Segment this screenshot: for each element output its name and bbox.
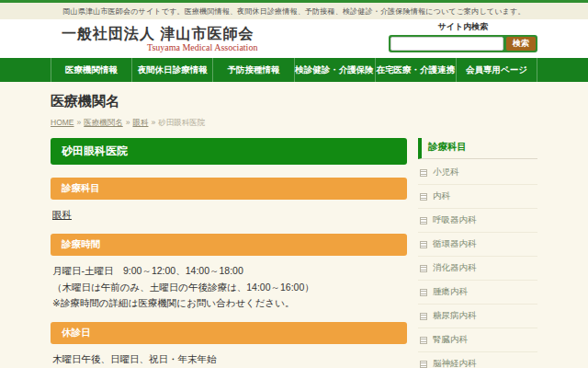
section-heading-closed-days: 休診日 bbox=[51, 322, 407, 344]
breadcrumb-separator: » bbox=[126, 118, 130, 127]
section-departments: 診療科目 眼科 bbox=[51, 178, 407, 222]
content-area: 医療機関名 HOME»医療機関名»眼科»砂田眼科医院 砂田眼科医院 診療科目 眼… bbox=[51, 82, 537, 368]
sidebar-item-gastroenterology[interactable]: 消化器内科 bbox=[418, 257, 537, 281]
sidebar-item-label: 循環器内科 bbox=[433, 238, 477, 250]
main-nav: 医療機関情報 夜間休日診療情報 予防接種情報 検診健診・介護保険 在宅医療・介護… bbox=[0, 58, 588, 82]
section-closed-days: 休診日 木曜日午後、日曜日、祝日・年末年始 bbox=[51, 322, 407, 366]
breadcrumb-separator: » bbox=[151, 118, 155, 127]
sidebar-item-cardiology[interactable]: 循環器内科 bbox=[418, 233, 537, 257]
breadcrumb-home[interactable]: HOME bbox=[51, 118, 74, 127]
clinic-detail: 砂田眼科医院 診療科目 眼科 診療時間 月曜日-土曜日 9:00～12:00、1… bbox=[51, 138, 407, 368]
list-icon bbox=[420, 313, 427, 320]
search-label: サイト内検索 bbox=[389, 21, 537, 33]
department-link-ophthalmology[interactable]: 眼科 bbox=[52, 209, 72, 220]
closed-days-line: 木曜日午後、日曜日、祝日・年末年始 bbox=[52, 351, 407, 366]
breadcrumb-separator: » bbox=[77, 118, 82, 127]
section-heading-departments: 診療科目 bbox=[51, 178, 407, 200]
sidebar-item-internal-medicine[interactable]: 内科 bbox=[418, 185, 537, 209]
sidebar-item-label: 糖尿病内科 bbox=[433, 310, 477, 322]
clinic-name-heading: 砂田眼科医院 bbox=[51, 138, 407, 165]
hours-line: 月曜日-土曜日 9:00～12:00、14:00～18:00 bbox=[52, 263, 407, 278]
nav-item-home-care[interactable]: 在宅医療・介護連携 bbox=[375, 58, 456, 82]
nav-item-medical-institutions[interactable]: 医療機関情報 bbox=[51, 58, 131, 82]
sidebar-item-label: 腫瘍内科 bbox=[433, 286, 468, 298]
breadcrumb-medical-institutions[interactable]: 医療機関名 bbox=[84, 118, 123, 127]
list-icon bbox=[420, 289, 427, 296]
search-input[interactable] bbox=[390, 37, 503, 51]
search-box: 検索 bbox=[389, 35, 537, 52]
hours-disclaimer-line: ※診療時間の詳細は医療機関にお問い合わせください。 bbox=[52, 295, 407, 310]
sidebar-item-label: 小児科 bbox=[433, 167, 459, 178]
section-hours: 診療時間 月曜日-土曜日 9:00～12:00、14:00～18:00 （木曜日… bbox=[51, 234, 407, 310]
site-logo-subtitle: Tsuyama Medical Association bbox=[147, 42, 257, 52]
departments-sidebar: 診療科目 小児科 内科 呼吸器内科 循環器内科 消化器内科 bbox=[418, 138, 537, 368]
breadcrumb-ophthalmology[interactable]: 眼科 bbox=[132, 118, 148, 127]
sidebar-item-label: 脳神経内科 bbox=[433, 358, 477, 368]
sidebar-item-oncology[interactable]: 腫瘍内科 bbox=[418, 281, 537, 305]
sidebar-title: 診療科目 bbox=[418, 138, 537, 159]
sidebar-item-label: 呼吸器内科 bbox=[433, 214, 477, 226]
search-button[interactable]: 検索 bbox=[506, 37, 536, 51]
list-icon bbox=[420, 337, 427, 344]
sidebar-item-diabetology[interactable]: 糖尿病内科 bbox=[418, 305, 537, 328]
nav-item-vaccination[interactable]: 予防接種情報 bbox=[212, 58, 293, 82]
list-icon bbox=[420, 169, 427, 177]
nav-item-night-holiday-care[interactable]: 夜間休日診療情報 bbox=[131, 58, 212, 82]
sidebar-item-neurology-brain[interactable]: 脳神経内科 bbox=[418, 352, 537, 368]
list-icon bbox=[420, 361, 427, 368]
section-heading-hours: 診療時間 bbox=[51, 234, 407, 256]
sidebar-item-label: 消化器内科 bbox=[433, 262, 477, 274]
site-description-text: 岡山県津山市医師会のサイトです。医療機関情報、夜間休日診療情報、予防接種、検診健… bbox=[62, 6, 525, 17]
sidebar-item-label: 内科 bbox=[433, 190, 450, 202]
site-search: サイト内検索 検索 bbox=[389, 21, 537, 52]
sidebar-item-nephrology[interactable]: 腎臓内科 bbox=[418, 328, 537, 352]
nav-item-checkup-insurance[interactable]: 検診健診・介護保険 bbox=[294, 58, 375, 82]
page-title: 医療機関名 bbox=[51, 93, 537, 110]
list-icon bbox=[420, 193, 427, 201]
breadcrumb: HOME»医療機関名»眼科»砂田眼科医院 bbox=[51, 118, 537, 129]
site-header: 一般社団法人 津山市医師会 Tsuyama Medical Associatio… bbox=[0, 19, 588, 58]
sidebar-item-pediatrics[interactable]: 小児科 bbox=[418, 161, 537, 185]
sidebar-item-respiratory[interactable]: 呼吸器内科 bbox=[418, 209, 537, 233]
site-logo-title[interactable]: 一般社団法人 津山市医師会 bbox=[62, 25, 254, 44]
hours-note-line: （木曜日は午前のみ、土曜日の午後診療は、14:00～16:00） bbox=[52, 280, 407, 294]
site-description-bar: 岡山県津山市医師会のサイトです。医療機関情報、夜間休日診療情報、予防接種、検診健… bbox=[0, 3, 588, 19]
nav-item-members-page[interactable]: 会員専用ページ bbox=[456, 58, 537, 82]
list-icon bbox=[420, 265, 427, 272]
breadcrumb-current-clinic: 砂田眼科医院 bbox=[158, 118, 205, 127]
list-icon bbox=[420, 217, 427, 224]
sidebar-item-label: 腎臓内科 bbox=[433, 334, 468, 346]
list-icon bbox=[420, 241, 427, 248]
